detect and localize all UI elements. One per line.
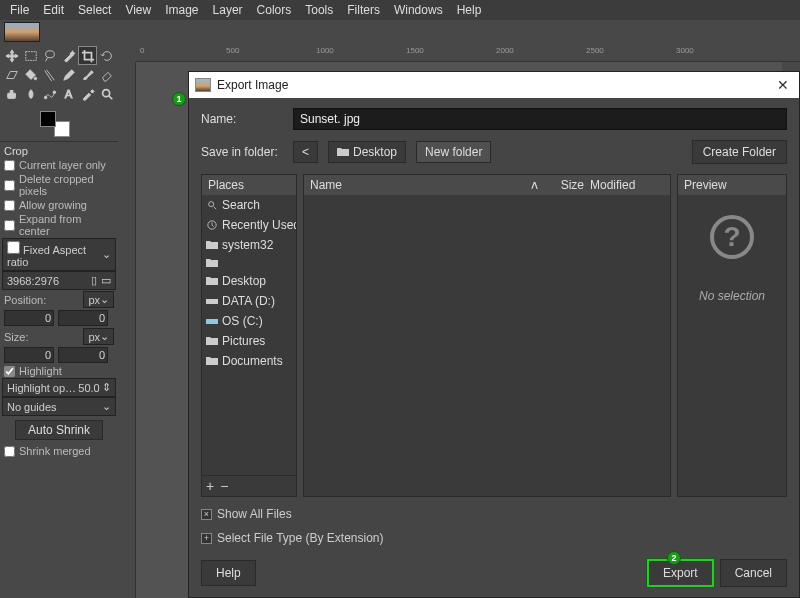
auto-shrink-button[interactable]: Auto Shrink: [15, 420, 103, 440]
expand-center-checkbox[interactable]: [4, 220, 15, 231]
aspect-ratio-value[interactable]: 3968:2976: [7, 275, 87, 287]
delete-cropped-checkbox[interactable]: [4, 180, 15, 191]
col-modified[interactable]: Modified: [584, 178, 664, 192]
ruler-vertical: [118, 62, 136, 598]
menu-image[interactable]: Image: [159, 1, 204, 19]
wand-tool-icon[interactable]: [59, 46, 78, 65]
rotate-tool-icon[interactable]: [97, 46, 116, 65]
file-list[interactable]: Name ʌ Size Modified: [303, 174, 671, 497]
place-documents[interactable]: Documents: [202, 351, 296, 371]
shrink-merged-checkbox[interactable]: [4, 446, 15, 457]
place-system32[interactable]: system32: [202, 235, 296, 255]
svg-text:A: A: [64, 88, 72, 100]
select-file-type-toggle[interactable]: + Select File Type (By Extension): [201, 531, 787, 545]
svg-point-1: [45, 50, 54, 57]
question-icon: ?: [710, 215, 754, 259]
menu-windows[interactable]: Windows: [388, 1, 449, 19]
path-newfolder-button[interactable]: New folder: [416, 141, 491, 163]
sort-asc-icon[interactable]: ʌ: [531, 178, 544, 192]
ruler-horizontal: 0 500 1000 1500 2000 2500 3000: [136, 44, 800, 62]
file-list-body[interactable]: [304, 195, 670, 496]
cancel-button[interactable]: Cancel: [720, 559, 787, 587]
guides-select[interactable]: No guides⌄: [2, 397, 116, 416]
menu-select[interactable]: Select: [72, 1, 117, 19]
file-list-header[interactable]: Name ʌ Size Modified: [304, 175, 670, 195]
shear-tool-icon[interactable]: [2, 65, 21, 84]
add-place-icon[interactable]: +: [206, 478, 214, 494]
place-os-c[interactable]: OS (C:): [202, 311, 296, 331]
text-tool-icon[interactable]: A: [59, 84, 78, 103]
create-folder-button[interactable]: Create Folder: [692, 140, 787, 164]
place-data-d[interactable]: DATA (D:): [202, 291, 296, 311]
fixed-aspect-select[interactable]: Fixed Aspect ratio ⌄: [2, 238, 116, 271]
current-layer-checkbox[interactable]: [4, 160, 15, 171]
annotation-badge-2: 2: [667, 551, 681, 565]
size-h-input[interactable]: [58, 347, 108, 363]
pos-x-input[interactable]: [4, 310, 54, 326]
col-name[interactable]: Name: [310, 178, 531, 192]
help-button[interactable]: Help: [201, 560, 256, 586]
image-thumbnail[interactable]: [4, 22, 40, 42]
place-pictures[interactable]: Pictures: [202, 331, 296, 351]
fixed-checkbox[interactable]: [7, 241, 20, 254]
menu-edit[interactable]: Edit: [37, 1, 70, 19]
brush-tool-icon[interactable]: [78, 65, 97, 84]
lasso-tool-icon[interactable]: [40, 46, 59, 65]
path-desktop-button[interactable]: Desktop: [328, 141, 406, 163]
picker-tool-icon[interactable]: [78, 84, 97, 103]
folder-label: Save in folder:: [201, 145, 283, 159]
allow-growing-label: Allow growing: [19, 199, 87, 211]
gradient-tool-icon[interactable]: [40, 65, 59, 84]
size-label: Size:: [4, 331, 28, 343]
bucket-tool-icon[interactable]: [21, 65, 40, 84]
menu-colors[interactable]: Colors: [251, 1, 298, 19]
menu-layer[interactable]: Layer: [207, 1, 249, 19]
fixed-label: Fixed: [23, 244, 50, 256]
clock-icon: [206, 220, 218, 230]
close-icon[interactable]: ✕: [773, 77, 793, 93]
chevron-down-icon: ⌄: [102, 248, 111, 261]
path-tool-icon[interactable]: [40, 84, 59, 103]
clone-tool-icon[interactable]: [2, 84, 21, 103]
menu-filters[interactable]: Filters: [341, 1, 386, 19]
dialog-titlebar[interactable]: Export Image ✕: [189, 72, 799, 98]
menu-file[interactable]: File: [4, 1, 35, 19]
expand-center-label: Expand from center: [19, 213, 114, 237]
menu-tools[interactable]: Tools: [299, 1, 339, 19]
size-unit[interactable]: px ⌄: [83, 328, 114, 345]
crop-tool-icon[interactable]: [78, 46, 97, 65]
rect-select-icon[interactable]: [21, 46, 40, 65]
drive-icon: [206, 296, 218, 306]
show-all-files-toggle[interactable]: × Show All Files: [201, 507, 787, 521]
highlight-checkbox[interactable]: [4, 366, 15, 377]
smudge-tool-icon[interactable]: [21, 84, 40, 103]
move-tool-icon[interactable]: [2, 46, 21, 65]
landscape-icon[interactable]: ▭: [101, 274, 111, 287]
zoom-tool-icon[interactable]: [97, 84, 116, 103]
folder-icon: [206, 240, 218, 250]
position-unit[interactable]: px ⌄: [83, 291, 114, 308]
highlight-opacity[interactable]: Highlight op…50.0⇕: [2, 378, 116, 397]
bg-color-swatch[interactable]: [54, 121, 70, 137]
allow-growing-checkbox[interactable]: [4, 200, 15, 211]
pos-y-input[interactable]: [58, 310, 108, 326]
portrait-icon[interactable]: ▯: [91, 274, 97, 287]
menu-view[interactable]: View: [119, 1, 157, 19]
remove-place-icon[interactable]: −: [220, 478, 228, 494]
place-search[interactable]: Search: [202, 195, 296, 215]
filename-input[interactable]: [293, 108, 787, 130]
place-desktop[interactable]: Desktop: [202, 271, 296, 291]
menu-help[interactable]: Help: [451, 1, 488, 19]
export-button[interactable]: Export: [647, 559, 714, 587]
eraser-tool-icon[interactable]: [97, 65, 116, 84]
fg-bg-colors[interactable]: [40, 111, 70, 137]
size-w-input[interactable]: [4, 347, 54, 363]
place-blank[interactable]: [202, 255, 296, 271]
fg-color-swatch[interactable]: [40, 111, 56, 127]
col-size[interactable]: Size: [544, 178, 584, 192]
path-back-button[interactable]: <: [293, 141, 318, 163]
place-recent[interactable]: Recently Used: [202, 215, 296, 235]
svg-point-9: [209, 202, 214, 207]
pencil-tool-icon[interactable]: [59, 65, 78, 84]
folder-icon: [206, 356, 218, 366]
